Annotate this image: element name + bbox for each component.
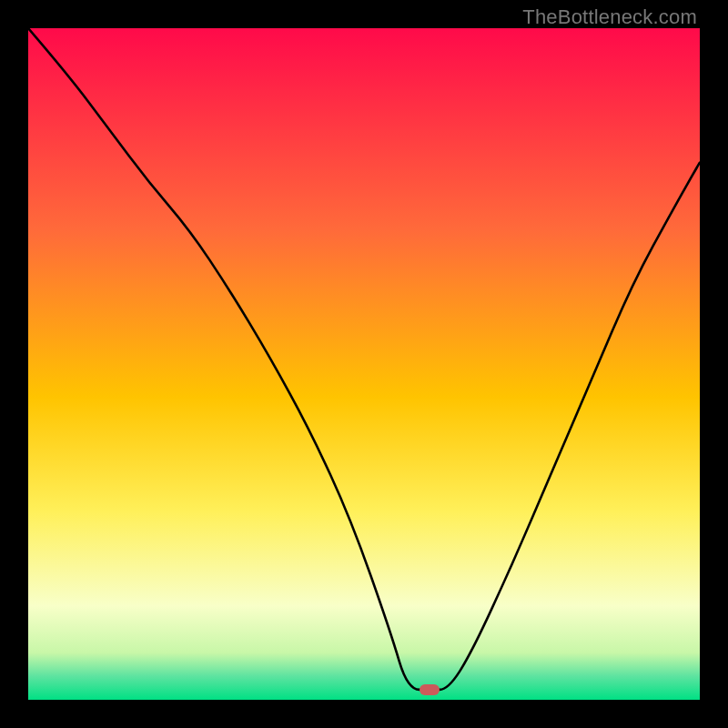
plot-area (28, 28, 700, 700)
watermark-text: TheBottleneck.com (522, 5, 697, 29)
bottleneck-curve (28, 28, 700, 700)
optimum-marker (420, 684, 440, 695)
chart-frame: TheBottleneck.com (0, 0, 728, 728)
